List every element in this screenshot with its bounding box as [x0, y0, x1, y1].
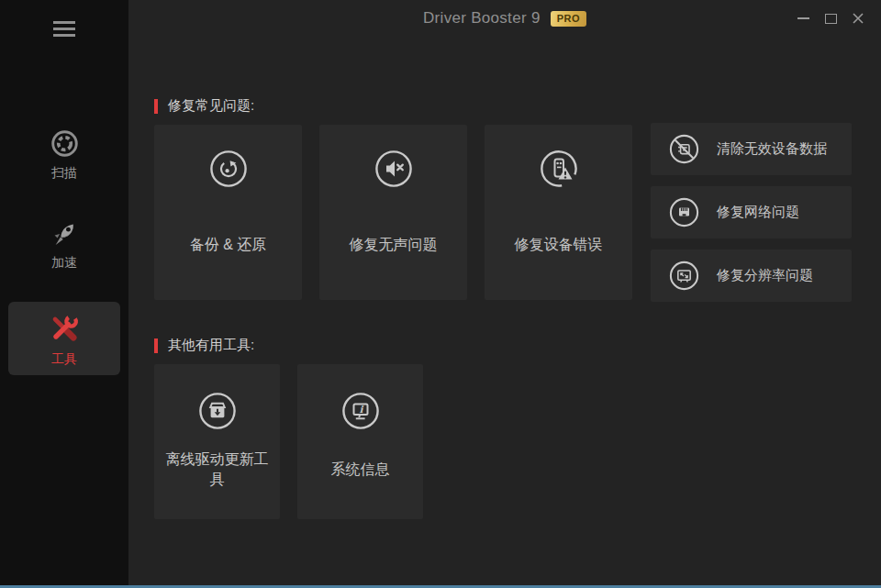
close-icon	[852, 12, 864, 25]
rocket-icon	[49, 217, 80, 249]
button-fix-network[interactable]: 修复网络问题	[651, 186, 852, 239]
section-title-text: 修复常见问题:	[168, 97, 254, 115]
close-button[interactable]	[844, 0, 872, 37]
maximize-icon	[825, 14, 837, 24]
card-offline-driver-updater[interactable]: 离线驱动更新工具	[154, 364, 280, 519]
app-window: Driver Booster 9 PRO	[0, 0, 881, 588]
section-title-other-tools: 其他有用工具:	[154, 337, 254, 354]
card-system-info[interactable]: i 系统信息	[297, 364, 423, 519]
card-label: 离线驱动更新工具	[154, 447, 280, 493]
card-backup-restore[interactable]: 备份 & 还原	[154, 125, 302, 300]
card-fix-no-sound[interactable]: 修复无声问题	[319, 125, 467, 300]
clear-device-data-icon	[669, 134, 699, 164]
button-fix-resolution[interactable]: 修复分辨率问题	[651, 250, 852, 302]
fix-no-sound-icon	[374, 150, 413, 188]
sidebar: 扫描 加速 工具	[0, 0, 128, 585]
scan-icon	[50, 128, 80, 159]
pro-badge: PRO	[551, 11, 586, 27]
card-label: 修复无声问题	[319, 229, 467, 261]
minimize-button[interactable]	[789, 0, 817, 37]
app-title: Driver Booster 9	[423, 9, 541, 28]
menu-button[interactable]	[53, 21, 75, 40]
section-accent-bar	[154, 338, 158, 353]
sidebar-item-label: 加速	[51, 255, 77, 272]
card-label: 备份 & 还原	[154, 229, 302, 261]
window-controls	[789, 0, 872, 37]
button-label: 修复分辨率问题	[717, 267, 813, 284]
card-label: 系统信息	[297, 447, 423, 493]
backup-restore-icon	[209, 150, 248, 188]
section-accent-bar	[154, 99, 158, 114]
maximize-button[interactable]	[817, 0, 844, 37]
card-fix-device-error[interactable]: 修复设备错误	[485, 125, 632, 300]
svg-text:i: i	[359, 404, 363, 415]
sidebar-item-scan[interactable]: 扫描	[0, 128, 128, 182]
card-label: 修复设备错误	[485, 229, 632, 261]
section-title-fix-common: 修复常见问题:	[154, 97, 254, 115]
system-info-icon: i	[341, 392, 380, 430]
sidebar-item-label: 扫描	[51, 165, 77, 182]
fix-resolution-icon	[669, 261, 699, 291]
minimize-icon	[797, 17, 809, 19]
fix-device-error-icon	[540, 150, 578, 188]
titlebar: Driver Booster 9 PRO	[128, 0, 881, 37]
sidebar-item-tools[interactable]: 工具	[8, 302, 120, 375]
fix-network-icon	[669, 197, 699, 227]
offline-driver-updater-icon	[198, 392, 237, 430]
title-group: Driver Booster 9 PRO	[128, 0, 881, 37]
button-label: 清除无效设备数据	[717, 140, 827, 158]
button-clear-device-data[interactable]: 清除无效设备数据	[651, 123, 852, 175]
sidebar-item-label: 工具	[51, 351, 77, 368]
button-label: 修复网络问题	[717, 204, 799, 221]
section-title-text: 其他有用工具:	[168, 337, 254, 354]
tools-icon	[46, 310, 83, 347]
sidebar-item-boost[interactable]: 加速	[0, 217, 128, 272]
hamburger-icon	[53, 21, 75, 24]
